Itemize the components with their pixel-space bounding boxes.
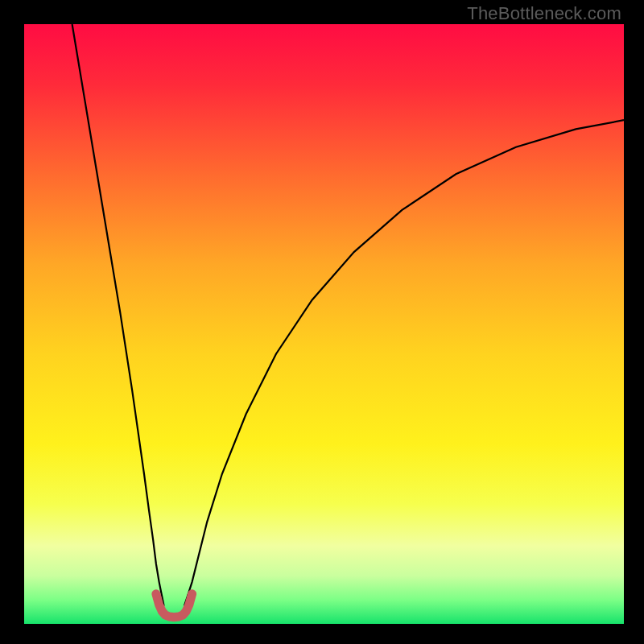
watermark-text: TheBottleneck.com [467,3,621,24]
plot-area [24,24,624,624]
series-right-branch [184,120,624,605]
series-bottom-u-highlight [156,594,192,617]
curve-layer [24,24,624,624]
chart-frame: TheBottleneck.com [0,0,644,644]
series-left-branch [72,24,164,606]
